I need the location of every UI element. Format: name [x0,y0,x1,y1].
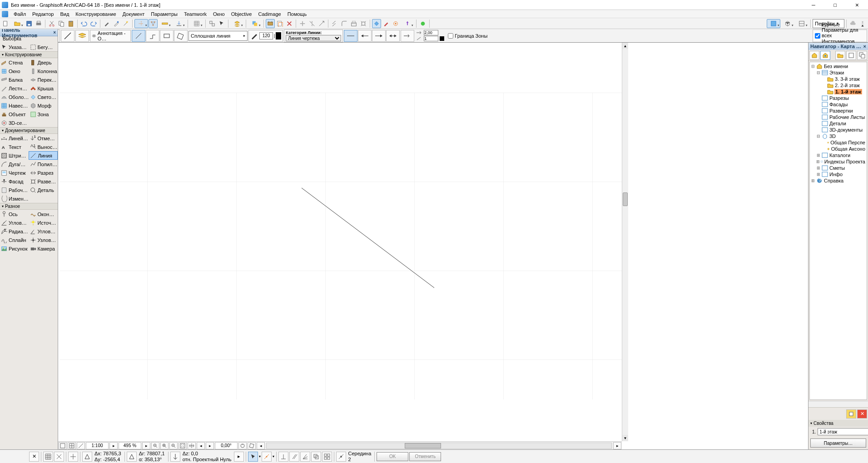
zoom-display[interactable]: 495 % [119,442,141,449]
floor-name-input[interactable] [818,428,868,435]
view-2d-button[interactable]: ▾ [767,19,780,28]
line-category-select[interactable]: Линия чертежа [286,35,341,41]
person-button[interactable] [858,19,867,28]
zoom-in-button[interactable] [160,442,169,449]
menu-view[interactable]: Вид [57,11,72,17]
tool-arc[interactable]: Дуга/… [0,160,29,168]
menu-design[interactable]: Конструирование [73,11,119,17]
tool-curtainwall[interactable]: Навес… [0,101,29,110]
tool-label[interactable]: A1Вынос… [29,143,58,151]
new-button[interactable] [1,19,10,28]
geom-rect-button[interactable] [160,30,174,42]
tree-elevations[interactable]: Фасады [811,101,866,108]
tool-skylight[interactable]: Свето… [29,93,58,101]
orient-grid-button[interactable] [248,442,256,449]
inject-params-button[interactable] [112,19,121,28]
tree-3ddocs[interactable]: 3D-документы [811,127,866,133]
layers-button[interactable]: ▾ [230,19,244,28]
tree-interiors[interactable]: Развертки [811,108,866,114]
tool-stair[interactable]: Лестн… [0,84,29,93]
arrow-start-button[interactable] [358,30,372,42]
zone-border-checkbox[interactable] [448,33,453,39]
tool-shell[interactable]: Оболо… [0,93,29,101]
ok-button[interactable]: OK [377,452,408,461]
paste-button[interactable] [66,19,75,28]
trace-button[interactable] [266,19,275,28]
tree-indexes[interactable]: ⊞Индексы Проекта [811,158,866,165]
cancel-button[interactable]: Отменить [409,452,441,461]
tool-drawing[interactable]: Чертеж [0,168,29,177]
fillet-button[interactable] [340,19,349,28]
marker-pen-swatch[interactable] [440,36,444,41]
tree-stories[interactable]: ⊟Этажи [811,69,866,76]
tree-root[interactable]: ⊟Без имени [811,63,866,69]
tree-story-3[interactable]: 3. 3-й этаж [811,76,866,82]
tool-line[interactable]: Линия [29,151,58,160]
tool-column[interactable]: Колонна [29,67,58,75]
print-button[interactable] [34,19,43,28]
toolbox-sec-design[interactable]: Конструирование [0,51,58,58]
tool-angdim2[interactable]: Углов… [29,227,58,236]
tool-change[interactable]: Измен… [0,194,58,203]
navigator-header[interactable]: Навигатор - Карта …× [808,43,868,50]
tool-section[interactable]: Разрез [29,168,58,177]
cut-button[interactable] [47,19,56,28]
hscroll-thumb[interactable] [405,443,441,448]
tool-mesh[interactable]: Окон… [29,210,58,218]
navtab-publisher[interactable] [846,51,856,60]
arrow-type-button[interactable] [401,30,414,42]
tool-figure[interactable]: Рисунок [0,244,29,253]
navtab-project[interactable] [809,51,819,60]
vscroll-thumb[interactable] [623,192,628,206]
suspend-button[interactable] [285,19,294,28]
menu-document[interactable]: Документ [120,11,148,17]
trim-button[interactable] [298,19,307,28]
tool-object[interactable]: Объект [0,110,29,118]
layer-name[interactable]: Аннотация - О… [90,30,131,42]
rotation-display[interactable]: 0,00° [215,442,238,449]
tool-zone[interactable]: Зона [29,110,58,118]
toolbox-header[interactable]: Панель Инструментов× [0,29,58,36]
navigator-close-icon[interactable]: × [863,44,866,49]
visualize-button[interactable]: ▾ [401,19,414,28]
split-button[interactable] [308,19,317,28]
sb-grid-button[interactable] [43,452,53,462]
sb-multi-button[interactable] [322,452,332,462]
menu-teamwork[interactable]: Teamwork [181,11,209,17]
toolbox-sec-document[interactable]: Документирование [0,127,58,134]
menu-options[interactable]: Параметры [148,11,180,17]
hscroll-right-button[interactable]: ▸ [613,442,621,449]
tool-lamp[interactable]: Источ… [29,218,58,227]
sb-close-button[interactable]: ✕ [29,452,39,462]
snap-points-button[interactable] [149,19,158,28]
menu-help[interactable]: Помощь [285,11,310,17]
tool-angdim[interactable]: Углов… [0,218,29,227]
geom-chained-button[interactable] [146,30,159,42]
tool-fill[interactable]: Штри… [0,151,29,160]
tool-roof[interactable]: Крыша [29,84,58,93]
layer-combo[interactable] [75,30,89,42]
tool-polyline[interactable]: Полил… [29,160,58,168]
cloud-button[interactable] [848,19,858,28]
tool-spline[interactable]: Сплайн [0,236,29,244]
tool-marquee[interactable]: Бегу… [29,43,58,51]
marker-size-input[interactable] [424,30,438,35]
tree-perspective[interactable]: Общая Перспе [811,139,866,146]
menu-file[interactable]: Файл [11,11,29,17]
geom-single-button[interactable] [132,30,145,42]
navtab-layout[interactable] [835,51,845,60]
sb-ref-dd-button[interactable]: ▸ [234,452,244,462]
scale-display[interactable]: 1:100 [86,442,109,449]
tool-level[interactable]: 1,2Отме… [29,134,58,143]
vertical-scrollbar[interactable]: ▲ ▼ [622,43,628,441]
tool-grid[interactable]: Ось [0,210,29,218]
save-button[interactable] [25,19,34,28]
navtab-view[interactable] [820,51,830,60]
tool-beam[interactable]: Балка [0,75,29,84]
line-tool-icon[interactable] [61,30,74,42]
copy-button[interactable] [57,19,66,28]
navigator-hscroll[interactable] [808,401,868,407]
tree-axon[interactable]: Общая Аксоно [811,146,866,152]
uniform-checkbox[interactable] [815,33,820,39]
ruler-button[interactable]: ▾ [158,19,172,28]
